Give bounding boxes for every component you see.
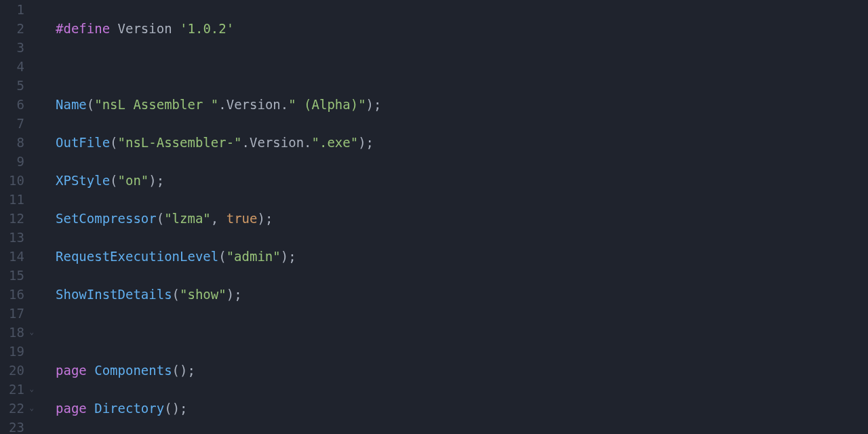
code-content[interactable]: #define Version '1.0.2' Name("nsL Assemb… [39, 0, 868, 434]
line-number: 18⌄ [0, 323, 34, 342]
token-string: '1.0.2' [180, 21, 234, 36]
token-string: "nsL-Assembler-" [118, 135, 242, 150]
line-number: 5 [0, 76, 34, 95]
fold-icon[interactable]: ⌄ [27, 323, 34, 342]
line-number: 13 [0, 228, 34, 247]
token-func: Directory [94, 401, 164, 416]
token-func: XPStyle [56, 173, 110, 188]
line-number: 22⌄ [0, 399, 34, 418]
token-func: SetCompressor [56, 211, 157, 226]
token-ident: Version [118, 21, 172, 36]
line-number: 16 [0, 285, 34, 304]
line-number: 21⌄ [0, 380, 34, 399]
token-string: "nsL Assembler " [94, 97, 218, 112]
line-number: 7 [0, 114, 34, 133]
line-number: 14 [0, 247, 34, 266]
line-number: 8 [0, 133, 34, 152]
line-number: 15 [0, 266, 34, 285]
line-number: 3 [0, 38, 34, 57]
line-number: 12 [0, 209, 34, 228]
line-number: 23 [0, 418, 34, 434]
line-number: 20 [0, 361, 34, 380]
line-number: 9 [0, 152, 34, 171]
token-string: "lzma" [164, 211, 211, 226]
line-number: 1 [0, 0, 34, 19]
line-number: 11 [0, 190, 34, 209]
line-number: 2 [0, 19, 34, 38]
token-string: " (Alpha)" [288, 97, 366, 112]
line-number: 17 [0, 304, 34, 323]
token-func: OutFile [56, 135, 110, 150]
token-string: "show" [180, 287, 226, 302]
token-bool: true [226, 211, 258, 226]
line-number-gutter: 1 2 3 4 5 6 7 8 9 10 11 12 13 14 15 16 1… [0, 0, 39, 434]
token-func: Name [56, 97, 87, 112]
token-keyword: #define [56, 21, 110, 36]
fold-icon[interactable]: ⌄ [27, 399, 34, 418]
token-string: "on" [118, 173, 149, 188]
token-func: RequestExecutionLevel [56, 249, 218, 264]
line-number: 10 [0, 171, 34, 190]
token-string: ".exe" [312, 135, 359, 150]
token-func: ShowInstDetails [56, 287, 172, 302]
token-func: Components [94, 363, 172, 378]
line-number: 6 [0, 95, 34, 114]
line-number: 4 [0, 57, 34, 76]
token-keyword: page [56, 401, 87, 416]
line-number: 19 [0, 342, 34, 361]
fold-icon[interactable]: ⌄ [27, 380, 34, 399]
code-editor: 1 2 3 4 5 6 7 8 9 10 11 12 13 14 15 16 1… [0, 0, 868, 434]
token-keyword: page [56, 363, 87, 378]
token-string: "admin" [226, 249, 281, 264]
